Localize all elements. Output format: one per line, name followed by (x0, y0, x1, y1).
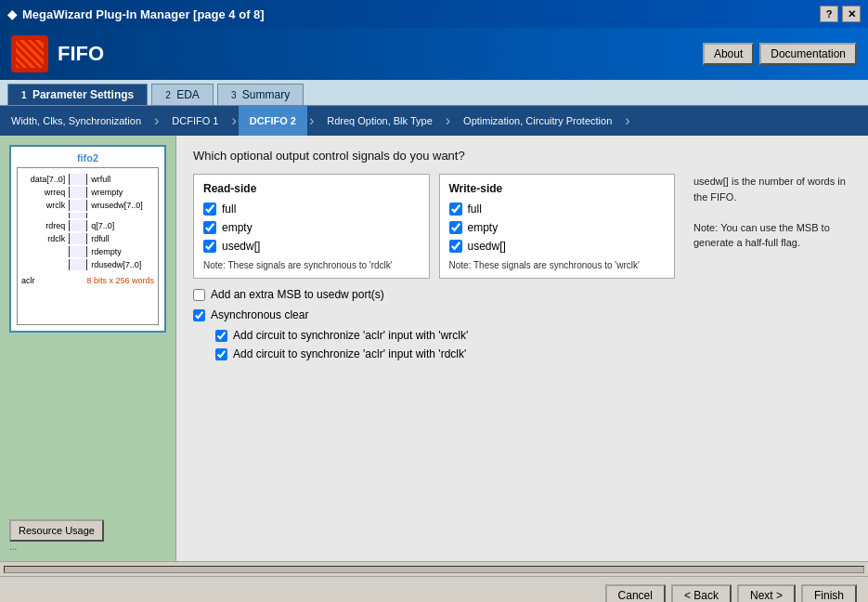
finish-button[interactable]: Finish (801, 584, 857, 603)
write-side-group: Write-side full empty usedw[] Note: Thes… (439, 174, 676, 279)
tab-num-2: 2 (165, 90, 171, 100)
read-note: Note: These signals are synchronous to '… (203, 260, 420, 270)
tab-parameter-settings[interactable]: 1 Parameter Settings (7, 84, 148, 105)
step-optimization[interactable]: Optimization, Circuitry Protection (452, 106, 623, 136)
write-side-title: Write-side (449, 182, 666, 195)
title-bar: ◆ MegaWizard Plug-In Manager [page 4 of … (0, 0, 868, 28)
title-bar-icon: ◆ (7, 7, 17, 21)
fifo-signal-table: data[7..0] wrfull wrreq wrempty wrclk wr… (21, 172, 154, 272)
main-content: fifo2 data[7..0] wrfull wrreq wrempty (0, 136, 868, 561)
read-empty-checkbox[interactable] (203, 221, 216, 234)
cancel-button[interactable]: Cancel (605, 584, 666, 603)
msb-option-row: Add an extra MSB to usedw port(s) (193, 288, 851, 301)
documentation-button[interactable]: Documentation (759, 43, 857, 65)
read-usedw-checkbox[interactable] (203, 240, 216, 253)
msb-label: Add an extra MSB to usedw port(s) (211, 288, 384, 301)
arrow-1: › (152, 106, 161, 136)
header-buttons: About Documentation (703, 43, 857, 65)
write-note: Note: These signals are synchronous to '… (449, 260, 666, 270)
read-full-checkbox[interactable] (203, 203, 216, 216)
step-dcfifo2[interactable]: DCFIFO 2 (239, 106, 307, 136)
aclr-row: aclr 8 bits x 256 words (21, 276, 154, 285)
write-usedw-label: usedw[] (468, 240, 506, 253)
arrow-2: › (229, 106, 238, 136)
title-bar-title: MegaWizard Plug-In Manager [page 4 of 8] (22, 7, 265, 21)
header: FIFO About Documentation (0, 28, 868, 80)
tab-eda[interactable]: 2 EDA (151, 84, 214, 105)
about-button[interactable]: About (703, 43, 754, 65)
back-button[interactable]: < Back (671, 584, 732, 603)
msb-checkbox[interactable] (193, 289, 205, 301)
sync-rdclk-checkbox[interactable] (215, 348, 227, 360)
logo-icon (11, 35, 48, 72)
header-logo: FIFO (11, 35, 104, 72)
sync-rdclk-row: Add circuit to synchronize 'aclr' input … (215, 347, 851, 360)
scroll-track[interactable] (4, 566, 864, 573)
fifo-title: fifo2 (17, 152, 159, 164)
bottom-bar: Cancel < Back Next > Finish (0, 576, 868, 602)
sync-wrclk-row: Add circuit to synchronize 'aclr' input … (215, 329, 851, 342)
read-full-row: full (203, 203, 420, 216)
resource-usage-button[interactable]: Resource Usage (9, 519, 104, 542)
dims-label: 8 bits x 256 words (86, 276, 154, 285)
read-empty-row: empty (203, 221, 420, 234)
step-width-clks[interactable]: Width, Clks, Synchronization (0, 106, 152, 136)
write-usedw-row: usedw[] (449, 240, 666, 253)
read-usedw-label: usedw[] (222, 240, 260, 253)
step-dcfifo1[interactable]: DCFIFO 1 (161, 106, 229, 136)
close-button[interactable]: ✕ (842, 6, 861, 22)
aclr-label: aclr (21, 276, 35, 285)
tab-bar: 1 Parameter Settings 2 EDA 3 Summary (0, 80, 868, 106)
sync-rdclk-label: Add circuit to synchronize 'aclr' input … (233, 347, 466, 360)
read-empty-label: empty (222, 221, 253, 234)
main-question: Which optional output control signals do… (193, 149, 851, 163)
read-side-title: Read-side (203, 182, 420, 195)
write-usedw-checkbox[interactable] (449, 240, 462, 253)
resource-dots: ... (9, 542, 166, 552)
read-side-group: Read-side full empty usedw[] Note: These… (193, 174, 430, 279)
step-rdreq[interactable]: Rdreq Option, Blk Type (316, 106, 444, 136)
read-usedw-row: usedw[] (203, 240, 420, 253)
write-empty-row: empty (449, 221, 666, 234)
arrow-5: › (623, 106, 631, 136)
write-full-label: full (468, 203, 482, 216)
tab-num-1: 1 (21, 90, 27, 100)
tab-num-3: 3 (231, 90, 237, 100)
tab-summary[interactable]: 3 Summary (217, 84, 304, 105)
write-full-row: full (449, 203, 666, 216)
title-bar-left: ◆ MegaWizard Plug-In Manager [page 4 of … (7, 7, 265, 21)
scroll-area (0, 561, 868, 576)
read-full-label: full (222, 203, 236, 216)
sync-wrclk-checkbox[interactable] (215, 330, 227, 342)
write-empty-checkbox[interactable] (449, 221, 462, 234)
hint-text: usedw[] is the number of words in the FI… (684, 174, 851, 279)
async-clear-label: Asynchronous clear (211, 308, 308, 321)
app-title: FIFO (58, 42, 104, 66)
write-empty-label: empty (468, 221, 499, 234)
arrow-4: › (444, 106, 452, 136)
write-full-checkbox[interactable] (449, 203, 462, 216)
async-clear-checkbox[interactable] (193, 309, 205, 321)
step-bar: Width, Clks, Synchronization › DCFIFO 1 … (0, 106, 868, 136)
help-button[interactable]: ? (820, 6, 838, 22)
fifo-diagram: fifo2 data[7..0] wrfull wrreq wrempty (9, 145, 166, 333)
right-panel: Which optional output control signals do… (176, 136, 868, 561)
signal-sections: Read-side full empty usedw[] Note: These… (193, 174, 851, 279)
title-bar-controls: ? ✕ (820, 6, 861, 22)
arrow-3: › (307, 106, 316, 136)
left-panel: fifo2 data[7..0] wrfull wrreq wrempty (0, 136, 176, 561)
next-button[interactable]: Next > (737, 584, 796, 603)
sync-wrclk-label: Add circuit to synchronize 'aclr' input … (233, 329, 468, 342)
extra-options: Add an extra MSB to usedw port(s) Asynch… (193, 288, 851, 360)
async-clear-row: Asynchronous clear (193, 308, 851, 321)
